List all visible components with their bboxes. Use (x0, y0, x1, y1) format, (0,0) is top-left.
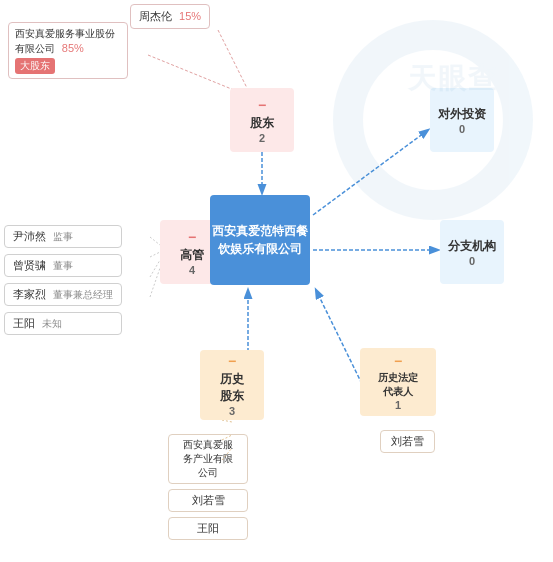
exec-title-1: 董事 (53, 260, 73, 271)
shareholder-person-name: 周杰伦 (139, 10, 172, 22)
exec-title-3: 未知 (42, 318, 62, 329)
svg-line-11 (150, 268, 160, 297)
exec-name-2: 李家烈 (13, 288, 46, 300)
exec-name-1: 曾贤骕 (13, 259, 46, 271)
svg-line-10 (150, 260, 160, 277)
history-sh-item-2: 王阳 (168, 517, 248, 540)
history-rep-list: 刘若雪 (380, 430, 435, 458)
exec-panel: 尹沛然 监事 曾贤骕 董事 李家烈 董事兼总经理 王阳 未知 (4, 225, 122, 341)
exec-title-2: 董事兼总经理 (53, 289, 113, 300)
shareholder-count: 2 (259, 132, 265, 144)
svg-line-9 (150, 252, 160, 257)
branch-label: 分支机构 (448, 238, 496, 255)
shareholder-company-box: 西安真爱服务事业股份有限公司 85% 大股东 (8, 22, 128, 79)
exec-title-0: 监事 (53, 231, 73, 242)
history-rep-node[interactable]: − 历史法定代表人 1 (360, 348, 436, 416)
exec-row-1: 曾贤骕 董事 (4, 254, 122, 277)
branch-count: 0 (469, 255, 475, 267)
center-company[interactable]: 西安真爱范特西餐饮娱乐有限公司 (210, 195, 310, 285)
senior-label: 高管 (180, 247, 204, 264)
svg-line-12 (222, 420, 232, 422)
invest-node[interactable]: 对外投资 0 (430, 88, 494, 152)
senior-minus-icon: − (184, 229, 200, 245)
history-sh-item-1: 刘若雪 (168, 489, 248, 512)
history-sh-list: 西安真爱服务产业有限公司 刘若雪 王阳 (168, 434, 248, 545)
center-company-name: 西安真爱范特西餐饮娱乐有限公司 (210, 222, 310, 258)
senior-count: 4 (189, 264, 195, 276)
svg-line-6 (218, 30, 248, 90)
major-badge: 大股东 (15, 58, 55, 74)
shareholder-person-percent: 15% (179, 10, 201, 22)
exec-row-3: 王阳 未知 (4, 312, 122, 335)
exec-name-0: 尹沛然 (13, 230, 46, 242)
exec-row-0: 尹沛然 监事 (4, 225, 122, 248)
shareholder-node[interactable]: − 股东 2 (230, 88, 294, 152)
shareholder-company-percent: 85% (62, 41, 84, 56)
history-sh-label: 历史股东 (220, 371, 244, 405)
history-sh-count: 3 (229, 405, 235, 417)
history-rep-minus-icon: − (390, 353, 406, 369)
history-sh-minus-icon: − (224, 353, 240, 369)
svg-line-3 (316, 290, 362, 384)
history-rep-item-0: 刘若雪 (380, 430, 435, 453)
exec-row-2: 李家烈 董事兼总经理 (4, 283, 122, 306)
invest-count: 0 (459, 123, 465, 135)
exec-name-3: 王阳 (13, 317, 35, 329)
shareholder-minus-icon: − (254, 97, 270, 113)
shareholder-person-box: 周杰伦 15% (130, 4, 210, 29)
shareholder-label: 股东 (250, 115, 274, 132)
history-shareholder-node[interactable]: − 历史股东 3 (200, 350, 264, 420)
history-rep-count: 1 (395, 399, 401, 411)
branch-node[interactable]: 分支机构 0 (440, 220, 504, 284)
invest-label: 对外投资 (438, 106, 486, 123)
svg-line-4 (313, 130, 428, 215)
history-rep-label: 历史法定代表人 (378, 371, 418, 399)
svg-line-7 (148, 55, 234, 90)
history-sh-item-0: 西安真爱服务产业有限公司 (168, 434, 248, 484)
svg-line-8 (150, 237, 160, 245)
